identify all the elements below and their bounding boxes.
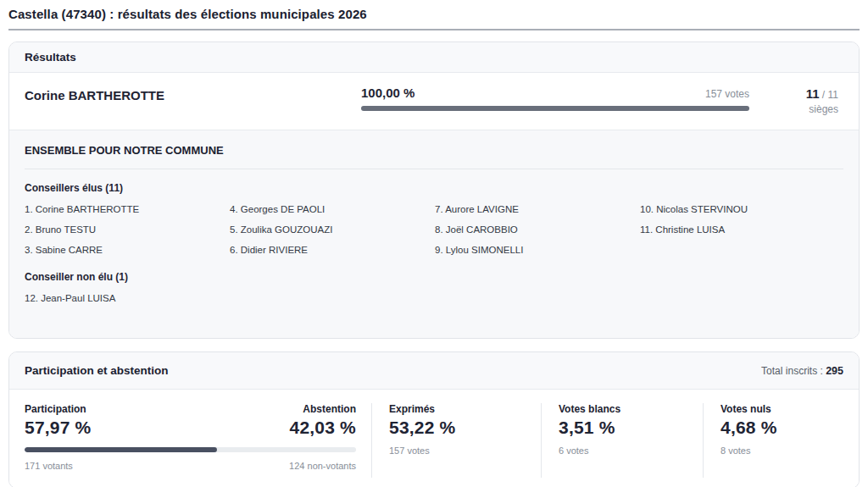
seats-total: / 11 [820,89,838,101]
elected-name: 7. Aurore LAVIGNE [435,204,638,215]
participation-bar-track [25,447,356,452]
blank-votes-percent: 3,51 % [559,418,694,438]
turnout-sub: 171 votants [25,461,73,471]
blank-votes-sub: 6 votes [559,445,694,456]
participation-stats-row: Participation Abstention 57,97 % 42,03 %… [9,390,859,487]
result-bar-track [361,106,749,111]
elected-name: 10. Nicolas STERVINOU [640,204,843,215]
participation-card: Participation et abstention Total inscri… [8,351,860,487]
details-divider [25,169,843,169]
expressed-percent: 53,22 % [389,418,532,438]
party-list-name: ENSEMBLE POUR NOTRE COMMUNE [25,144,843,157]
results-card-header: Résultats [9,42,859,73]
expressed-sub: 157 votes [389,445,532,456]
seats-won: 11 [806,86,820,101]
candidate-seats-block: 11 / 11 sièges [749,86,838,115]
total-registered-label: Total inscrits : [761,365,826,377]
elected-name: 5. Zoulika GOUZOUAZI [230,224,433,235]
candidate-result-row[interactable]: Corine BARTHEROTTE 100,00 % 157 votes 11… [9,73,859,130]
page-header: Castella (47340) : résultats des électio… [0,0,868,30]
participation-card-header: Participation et abstention Total inscri… [9,352,859,390]
null-votes-percent: 4,68 % [721,418,850,438]
elected-name: 4. Georges DE PAOLI [230,204,433,215]
candidate-details-panel: ENSEMBLE POUR NOTRE COMMUNE Conseillers … [9,130,859,338]
title-divider [8,29,860,30]
elected-name: 3. Sabine CARRE [25,245,228,256]
results-card: Résultats Corine BARTHEROTTE 100,00 % 15… [8,42,860,339]
null-votes-sub: 8 votes [721,445,850,456]
total-registered-value: 295 [826,365,843,377]
candidate-votes-count: 157 votes [705,88,749,100]
not-elected-name: 12. Jean-Paul LUISA [25,293,228,304]
turnout-label: Participation [25,403,86,415]
elected-name: 2. Bruno TESTU [25,224,228,235]
candidate-score-block: 100,00 % 157 votes [361,86,749,111]
abstention-label: Abstention [303,403,356,415]
page-title: Castella (47340) : résultats des électio… [8,7,860,21]
elected-name: 8. Joël CAROBBIO [435,224,638,235]
elected-name: 6. Didier RIVIERE [230,245,433,256]
elected-name: 9. Lylou SIMONELLI [435,245,638,256]
blank-votes-block: Votes blancs 3,51 % 6 votes [541,403,703,478]
elected-names-grid: 1. Corine BARTHEROTTE 4. Georges DE PAOL… [25,204,843,256]
elected-group-title: Conseillers élus (11) [25,182,843,194]
expressed-votes-block: Exprimés 53,22 % 157 votes [371,403,541,478]
not-elected-group-title: Conseiller non élu (1) [25,271,843,283]
participation-header-title: Participation et abstention [25,364,169,377]
participation-bar-fill [25,447,217,452]
abstention-percent: 42,03 % [290,418,356,438]
seats-unit-label: sièges [749,103,838,115]
turnout-percent: 57,97 % [25,418,91,438]
blank-votes-label: Votes blancs [559,403,694,415]
not-elected-names-grid: 12. Jean-Paul LUISA [25,293,843,304]
total-registered: Total inscrits : 295 [761,365,843,377]
null-votes-block: Votes nuls 4,68 % 8 votes [703,403,859,478]
null-votes-label: Votes nuls [721,403,850,415]
candidate-name: Corine BARTHEROTTE [25,86,361,102]
abstention-sub: 124 non-votants [289,461,356,471]
elected-name: 11. Christine LUISA [640,224,843,235]
turnout-abstention-block: Participation Abstention 57,97 % 42,03 %… [9,403,371,478]
expressed-label: Exprimés [389,403,532,415]
results-header-title: Résultats [25,51,76,64]
candidate-percent: 100,00 % [361,86,415,100]
result-bar-fill [361,106,749,111]
elected-name: 1. Corine BARTHEROTTE [25,204,228,215]
